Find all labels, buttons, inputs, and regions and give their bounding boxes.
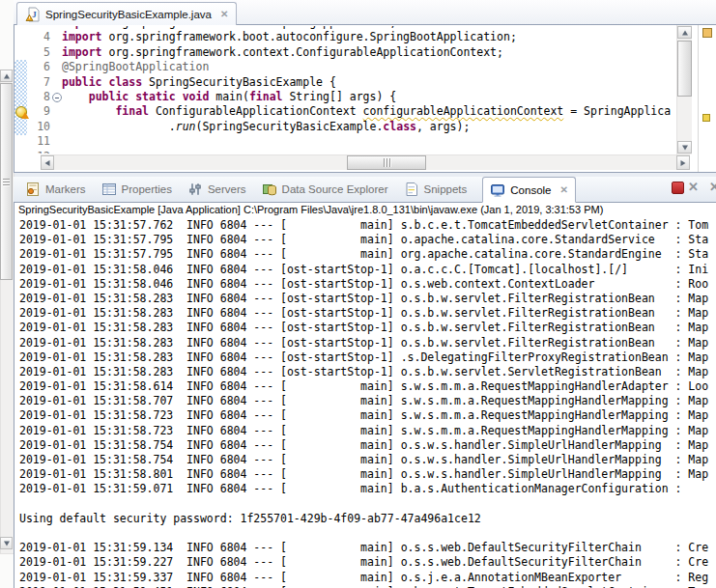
gutter-line[interactable]: 6 bbox=[27, 60, 62, 74]
fold-column bbox=[50, 104, 62, 119]
tab-properties[interactable]: Properties bbox=[101, 182, 172, 197]
log-line: 2019-01-01 15:31:58.046 INFO 6804 --- [o… bbox=[19, 263, 716, 277]
gutter-line[interactable]: 5 bbox=[27, 45, 62, 60]
warning-lightbulb-icon[interactable] bbox=[15, 106, 27, 118]
editor-vscroll-down-icon[interactable] bbox=[677, 141, 692, 154]
eclipse-window: J SpringSecurityBasicExample.java ✕ 3456… bbox=[0, 0, 716, 588]
log-line: 2019-01-01 15:31:58.614 INFO 6804 --- [ … bbox=[19, 379, 716, 394]
log-line: 2019-01-01 15:31:57.762 INFO 6804 --- [ … bbox=[19, 218, 716, 233]
fold-column bbox=[50, 75, 62, 90]
console-tab-close-icon[interactable]: ✕ bbox=[557, 184, 568, 195]
java-file-warning-icon: J bbox=[25, 7, 41, 22]
line-number: 12 bbox=[27, 150, 50, 154]
log-line: 2019-01-01 15:31:58.801 INFO 6804 --- [ … bbox=[19, 467, 716, 482]
editor-hscrollbar[interactable] bbox=[41, 154, 690, 170]
log-line: 2019-01-01 15:31:58.283 INFO 6804 --- [o… bbox=[19, 292, 716, 306]
editor-hscroll-thumb[interactable] bbox=[347, 155, 426, 170]
code-line[interactable] bbox=[62, 150, 676, 154]
code-line[interactable]: public static void main(final String[] a… bbox=[62, 90, 676, 104]
left-scrollbar-thumb[interactable] bbox=[0, 83, 13, 280]
tab-label: Data Source Explorer bbox=[282, 183, 388, 195]
tab-snippets[interactable]: Snippets bbox=[404, 182, 468, 197]
log-line: 2019-01-01 15:31:58.283 INFO 6804 --- [o… bbox=[19, 321, 716, 335]
console-launch-label: SpringSecurityBasicExample [Java Applica… bbox=[18, 204, 603, 215]
editor-code[interactable]: import org.springframework.boot.SpringAp… bbox=[62, 26, 676, 154]
log-line: 2019-01-01 15:31:58.723 INFO 6804 --- [ … bbox=[19, 408, 716, 423]
editor-vscroll-thumb[interactable] bbox=[677, 41, 692, 97]
editor-hscroll-right-icon[interactable] bbox=[676, 155, 690, 170]
tab-console[interactable]: Console ✕ bbox=[482, 177, 576, 203]
console-log[interactable]: 2019-01-01 15:31:57.762 INFO 6804 --- [ … bbox=[19, 218, 716, 588]
quickdiff-change-bar bbox=[14, 60, 27, 135]
grip-line bbox=[3, 182, 10, 182]
tab-markers[interactable]: Markers bbox=[25, 182, 86, 197]
gutter-line[interactable]: 8 bbox=[27, 90, 62, 104]
log-line: 2019-01-01 15:31:57.795 INFO 6804 --- [ … bbox=[19, 233, 716, 247]
gutter-line[interactable]: 12 bbox=[27, 150, 62, 154]
code-line[interactable]: import org.springframework.boot.autoconf… bbox=[62, 30, 676, 44]
overview-warning-indicator[interactable] bbox=[702, 28, 712, 38]
servers-icon bbox=[187, 182, 203, 197]
gutter-line[interactable]: 11 bbox=[27, 134, 62, 149]
editor-tab[interactable]: J SpringSecurityBasicExample.java ✕ bbox=[16, 2, 237, 25]
code-line[interactable]: final ConfigurableApplicationContext con… bbox=[62, 104, 676, 119]
log-line: 2019-01-01 15:31:59.337 INFO 6804 --- [ … bbox=[19, 571, 716, 585]
log-line: 2019-01-01 15:31:58.046 INFO 6804 --- [o… bbox=[19, 277, 716, 292]
properties-icon bbox=[101, 182, 117, 197]
line-number: 9 bbox=[27, 104, 50, 119]
code-editor: 3456789101112 import org.springframework… bbox=[14, 24, 716, 173]
gutter-line[interactable]: 10 bbox=[27, 120, 62, 134]
code-line[interactable]: @SpringBootApplication bbox=[62, 60, 676, 74]
line-number: 6 bbox=[27, 60, 50, 74]
editor-vscroll-up-icon[interactable] bbox=[677, 26, 692, 39]
fold-column bbox=[50, 120, 62, 134]
log-line: 2019-01-01 15:31:58.283 INFO 6804 --- [o… bbox=[19, 336, 716, 350]
line-number: 7 bbox=[27, 75, 50, 90]
editor-tab-title: SpringSecurityBasicExample.java bbox=[45, 9, 212, 20]
log-line: 2019-01-01 15:31:57.795 INFO 6804 --- [ … bbox=[19, 247, 716, 262]
log-line: 2019-01-01 15:31:59.227 INFO 6804 --- [ … bbox=[19, 555, 716, 570]
grip-line bbox=[387, 158, 387, 167]
log-line bbox=[19, 497, 716, 512]
snippets-icon bbox=[404, 182, 419, 197]
log-line: 2019-01-01 15:31:58.723 INFO 6804 --- [ … bbox=[19, 424, 716, 438]
editor-tab-close-icon[interactable]: ✕ bbox=[216, 9, 228, 19]
code-line[interactable]: import org.springframework.context.Confi… bbox=[62, 45, 676, 60]
console-view[interactable]: SpringSecurityBasicExample [Java Applica… bbox=[14, 202, 716, 588]
console-icon bbox=[490, 182, 505, 198]
log-line: 2019-01-01 15:31:58.283 INFO 6804 --- [o… bbox=[19, 306, 716, 321]
gutter-line[interactable]: 4 bbox=[27, 30, 62, 44]
terminate-button[interactable] bbox=[672, 182, 684, 194]
markers-icon bbox=[25, 182, 41, 197]
overview-warning-marker[interactable] bbox=[702, 114, 710, 122]
grip-line bbox=[3, 184, 10, 185]
tab-label: Servers bbox=[208, 183, 246, 195]
editor-gutter[interactable]: 3456789101112 bbox=[27, 26, 62, 154]
fold-column bbox=[50, 45, 62, 60]
gutter-line[interactable]: 7 bbox=[27, 75, 62, 90]
code-line[interactable] bbox=[62, 134, 676, 149]
remove-all-terminated-button[interactable]: ✕ bbox=[709, 180, 716, 194]
editor-hscroll-left-icon[interactable] bbox=[41, 155, 54, 170]
fold-column bbox=[50, 150, 62, 154]
tab-label: Console bbox=[510, 184, 551, 196]
line-number: 5 bbox=[27, 45, 50, 60]
code-line[interactable]: public class SpringSecurityBasicExample … bbox=[62, 75, 676, 90]
left-scrollbar-up-icon[interactable] bbox=[0, 70, 13, 82]
code-line[interactable]: .run(SpringSecurityBasicExample.class, a… bbox=[62, 120, 676, 134]
log-line: 2019-01-01 15:31:58.754 INFO 6804 --- [ … bbox=[19, 438, 716, 453]
fold-collapse-icon[interactable] bbox=[50, 90, 62, 104]
line-number: 8 bbox=[27, 90, 50, 104]
log-line: Using default security password: 1f25570… bbox=[19, 512, 716, 526]
left-scrollbar-down-icon[interactable] bbox=[0, 537, 13, 549]
svg-text:J: J bbox=[32, 10, 37, 19]
gutter-line[interactable]: 9 bbox=[27, 104, 62, 119]
data-source-explorer-icon bbox=[262, 182, 277, 197]
tab-data-source-explorer[interactable]: Data Source Explorer bbox=[262, 182, 388, 197]
log-line: 2019-01-01 15:31:58.707 INFO 6804 --- [ … bbox=[19, 394, 716, 408]
remove-launch-button[interactable]: ✕ bbox=[688, 180, 699, 194]
tab-label: Markers bbox=[45, 183, 86, 195]
tab-servers[interactable]: Servers bbox=[187, 182, 246, 197]
left-panel-edge bbox=[0, 0, 14, 588]
grip-line bbox=[3, 179, 10, 180]
